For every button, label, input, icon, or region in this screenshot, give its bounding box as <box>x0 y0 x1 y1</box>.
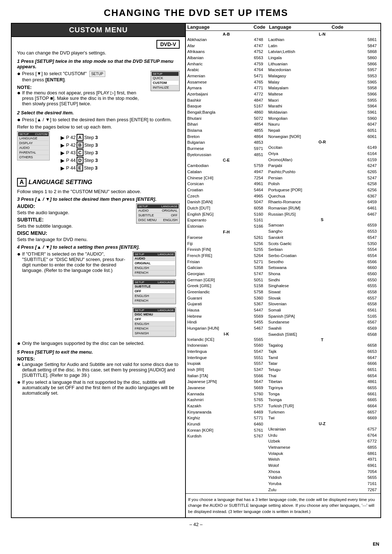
list-item: Pashto;Pushto6265 <box>265 169 379 175</box>
steps-table: ▶P 42 A Step 3 ▶P 42 B Step 3 ▶P 43 C St… <box>61 134 98 172</box>
list-item: Portuguese [POR]6256 <box>265 187 379 193</box>
list-item: Kirundi6460 <box>187 421 265 427</box>
list-item: Corsican4961 <box>187 181 265 187</box>
list-item: Sangho6553 <box>265 228 379 235</box>
list-item: Breton4864 <box>187 134 265 140</box>
list-item: Laothian5861 <box>265 37 379 43</box>
list-item: Byelorussian4851 <box>187 152 265 158</box>
list-item: Turkmen6657 <box>265 409 379 415</box>
list-item: Kinyarwanda6469 <box>187 409 265 415</box>
list-item: Nauru6047 <box>265 121 379 127</box>
list-item: Slovak6557 <box>265 295 379 301</box>
list-item: Chinese [CHI]7254 <box>187 175 265 181</box>
list-item: Marathi5964 <box>265 103 379 109</box>
lang-section-divider: A-B <box>187 32 265 37</box>
list-item: Nepali6051 <box>265 127 379 134</box>
list-item: Uzbek6772 <box>265 438 379 444</box>
list-item: Telugu6651 <box>265 367 379 373</box>
lang-section-divider: F-H <box>187 229 265 235</box>
list-item: Serbian5554 <box>265 247 379 253</box>
list-item: Tatar6666 <box>265 360 379 367</box>
list-item: Frisian5271 <box>187 259 265 265</box>
follow-steps: Follow steps 1 to 2 in the "CUSTOM MENU"… <box>17 189 180 194</box>
lang-right-list: L-NLaothian5861Latin5847Latvian;Lettish5… <box>265 32 379 493</box>
disc-menu-desc: Sets the language for DVD menu. <box>17 237 180 242</box>
list-item: Lithuanian5866 <box>265 61 379 67</box>
list-item: Tibetan4861 <box>265 379 379 385</box>
list-item: Macedonian5957 <box>265 67 379 73</box>
list-item: Bulgarian4853 <box>187 139 265 146</box>
list-item: Georgian5747 <box>187 271 265 277</box>
list-item: Interlingua5547 <box>187 349 265 355</box>
refer-text: Refer to the pages below to set up each … <box>17 124 180 130</box>
audio-lang-box: SETUPLANGUAGE AUDIO ORIGINAL ENGLISH FRE… <box>132 251 176 276</box>
list-item: German [GER]5051 <box>187 277 265 283</box>
list-item: Scots Gaelic5350 <box>265 241 379 247</box>
list-item: Bashkir4847 <box>187 97 265 103</box>
list-item: Hausa5447 <box>187 307 265 313</box>
list-item: Basque5167 <box>187 103 265 109</box>
bullet2a: ● Press [▲ / ▼] to select the desired it… <box>17 117 180 123</box>
list-item: Samoan6559 <box>265 222 379 228</box>
note-bottom-1: ● Language Setting for Audio and Subtitl… <box>17 362 180 378</box>
list-item: Somali6561 <box>265 307 379 313</box>
list-item: Xhosa7054 <box>265 469 379 475</box>
list-item: Russian [RUS]6467 <box>265 211 379 217</box>
list-item: Bihari4854 <box>187 121 265 127</box>
list-item: Cambodian5759 <box>187 163 265 169</box>
list-item: Mongolian5960 <box>265 115 379 122</box>
list-item: Malayalam5958 <box>265 85 379 91</box>
list-item: Bhutani5072 <box>187 115 265 122</box>
list-item: Malay5965 <box>265 79 379 85</box>
language-setup-box: SETUPLANGUAGE AUDIOORIGINAL SUBTITLEOFF … <box>136 203 180 225</box>
bullet4a: ● If "OTHER" is selected on the "AUDIO",… <box>17 251 130 273</box>
list-item: Tagalog6658 <box>265 342 379 349</box>
list-item: Yoruba7161 <box>265 481 379 487</box>
list-item: Thai6654 <box>265 373 379 379</box>
lang-section-divider: C-E <box>187 158 265 163</box>
list-item: Estonian5166 <box>187 223 265 229</box>
bullet4b: ● Only the languages supported by the di… <box>17 341 180 346</box>
list-item: Interlingue5551 <box>187 355 265 361</box>
list-item: Swedish [SWE]6568 <box>265 331 379 338</box>
list-item: Polish6258 <box>265 181 379 187</box>
list-item: Faroese5261 <box>187 235 265 241</box>
list-item: Yiddish5655 <box>265 474 379 481</box>
lang-table-body: A-BAbkhazian4748Afar4747Afrikaans4752Alb… <box>186 31 380 493</box>
list-item: Sanskrit6547 <box>265 235 379 241</box>
section-a-header: A LANGUAGE SETTING <box>17 178 180 187</box>
list-item: Serbo-Croatian6554 <box>265 253 379 259</box>
section-a-title: LANGUAGE SETTING <box>29 179 93 186</box>
col1-header: Language <box>187 24 245 30</box>
list-item: Slovenian6558 <box>265 301 379 307</box>
list-item: Hungarian [HUN]5467 <box>187 325 265 331</box>
list-item: Guarani5360 <box>187 295 265 301</box>
list-item: Rhaeto-Romance6459 <box>265 199 379 205</box>
list-item: Assamese4765 <box>187 79 265 85</box>
list-item: Tigrinya6655 <box>265 385 379 391</box>
list-item: Kannada5760 <box>187 391 265 397</box>
list-item: Bengali;Bangla4860 <box>187 109 265 115</box>
footer-text: If you choose a language that has a 3 le… <box>188 497 378 514</box>
list-item: Czech4965 <box>187 193 265 199</box>
disc-menu-lang-box: SETUPLANGUAGE DISC MENU OFF ENGLISH FREN… <box>132 307 176 337</box>
list-item: Albanian6563 <box>187 55 265 61</box>
list-item: Afar4747 <box>187 43 265 49</box>
section-a-letter: A <box>17 178 26 187</box>
step5: 5 Press [SETUP] to exit the menu. <box>17 349 180 355</box>
list-item: Urdu6764 <box>265 432 379 439</box>
list-item: English [ENG]5160 <box>187 211 265 217</box>
list-item: Azerbaijani4772 <box>187 91 265 97</box>
lang-section-divider: O-R <box>265 139 379 144</box>
note-bottom-2: ● If you select a language that is not s… <box>17 379 180 396</box>
list-item: Danish [DAN]5047 <box>187 199 265 205</box>
lang-table-header: Language Code Language Code <box>186 24 380 31</box>
list-item: Bislama4855 <box>187 127 265 134</box>
step2: 2 Select the desired item. <box>17 110 180 115</box>
list-item: Hindi5455 <box>187 319 265 325</box>
lang-footer: If you choose a language that has a 3 le… <box>186 493 380 517</box>
list-item: Latin5847 <box>265 43 379 49</box>
list-item: Catalan4947 <box>187 169 265 175</box>
list-item: Latvian;Lettish5868 <box>265 49 379 55</box>
en-label: EN <box>373 541 379 547</box>
